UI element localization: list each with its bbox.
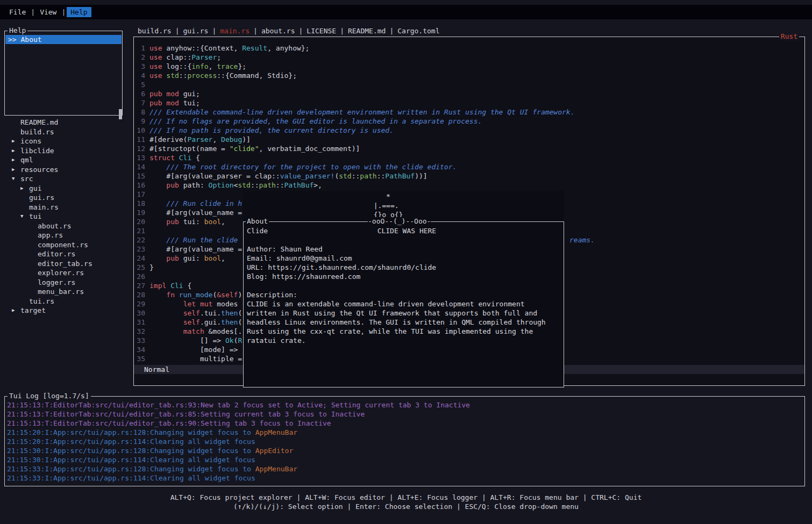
tab-build-rs[interactable]: build.rs [138,26,172,35]
code-line-12[interactable]: 12#[structopt(name = "clide", verbatim_d… [134,144,803,153]
line-number: 35 [137,354,145,363]
code-line-11[interactable]: 11#[derive(Parser, Debug)] [134,135,803,144]
menu-help[interactable]: Help [67,7,91,17]
text-segment: PathBuf [284,181,314,189]
text-segment: /// If no flags are provided, the GUI ed… [149,117,482,125]
tree-item-tui[interactable]: ▼tui [4,212,127,221]
tree-item-readme-md[interactable]: README.md [4,118,127,127]
text-segment: Ok [225,336,234,344]
text-segment: run_mode [179,291,213,299]
code-line-8[interactable]: 8/// Extendable command-line driven deve… [134,107,803,117]
text-segment: [] => [149,336,225,344]
code-text: pub mod gui; [149,89,200,98]
text-segment: 21:15:20:I:App:src/tui/app.rs:128:Changi… [7,428,255,436]
tree-item-target[interactable]: ▶target [4,306,127,315]
code-line-5[interactable]: 5 [134,80,803,89]
tree-item-libclide[interactable]: ▶libclide [4,146,127,156]
code-line-16[interactable]: 16 pub path: Option<std::path::PathBuf>, [134,181,803,190]
help-dropdown-title: Help [8,26,27,34]
about-art: * |.===. {}o o{} [243,191,564,219]
tab-readme-md[interactable]: README.md [348,26,386,35]
menu-file[interactable]: File [5,7,30,17]
tree-item-gui[interactable]: ▶gui [4,184,127,193]
chevron-right-icon: ▶ [12,155,20,165]
text-segment: /// If no path is provided, the current … [149,126,394,134]
code-line-14[interactable]: 14 /// The root directory for the projec… [134,162,803,171]
tree-item-tui-rs[interactable]: tui.rs [4,297,127,306]
tree-item-component-rs[interactable]: component.rs [4,240,127,250]
menu-view[interactable]: View [36,7,60,17]
code-line-13[interactable]: 13struct Cli { [134,153,803,162]
code-line-2[interactable]: 2use clap::Parser; [134,53,803,62]
text-segment: struct [149,154,179,162]
tree-item-src[interactable]: ▼src [4,174,127,184]
code-line-6[interactable]: 6pub mod gui; [134,89,803,98]
text-segment: :: [179,71,188,80]
about-text-line [247,281,560,290]
tree-item-icons[interactable]: ▶icons [4,137,127,146]
text-segment: Option [209,181,234,189]
about-text-line: Rust using the cxx-qt crate, while the T… [247,327,560,336]
tree-item-explorer-rs[interactable]: explorer.rs [4,268,127,278]
tree-item-label: qml [20,155,33,165]
text-segment: pub mod [149,99,183,107]
scrollbar-thumb[interactable] [119,109,122,119]
text-segment: PathBuf [385,172,415,180]
text-segment [149,300,183,308]
tree-item-logger-rs[interactable]: logger.rs [4,278,127,288]
tree-item-gui-rs[interactable]: gui.rs [4,193,127,203]
text-segment: #[arg(value_name = [149,209,242,217]
app-root: File|View|Help Help >> About README.mdbu… [0,0,812,524]
tree-item-qml[interactable]: ▶qml [4,155,127,165]
line-number: 20 [137,217,145,226]
text-segment: &self [217,291,238,299]
tree-item-label: about.rs [38,221,72,231]
log-entry: 21:15:30:I:App:src/tui/app.rs:128:Changi… [7,446,804,455]
tab-gui-rs[interactable]: gui.rs [183,26,208,35]
tree-item-label: editor_tab.rs [38,259,92,269]
line-number: 24 [137,254,145,263]
text-segment: #[arg(value_parser = clap:: [149,172,280,180]
text-segment [149,318,183,326]
tree-item-app-rs[interactable]: app.rs [4,231,127,240]
about-text-line [247,235,560,245]
line-number: 28 [137,290,145,299]
text-segment: pub [149,218,183,226]
tree-item-main-rs[interactable]: main.rs [4,203,127,212]
code-text: #[arg(value_parser = clap::value_parser!… [149,171,428,181]
text-segment: value_parser! [280,172,335,180]
text-segment: pub mod [149,90,183,98]
tree-item-about-rs[interactable]: about.rs [4,221,127,231]
tree-item-menu-bar-rs[interactable]: menu_bar.rs [4,287,127,297]
tree-item-resources[interactable]: ▶resources [4,165,127,175]
ascii-art-line: * [243,192,564,201]
tree-item-build-rs[interactable]: build.rs [4,127,127,137]
tab-separator: | [212,26,216,35]
line-number: 25 [137,263,145,272]
tab-about-rs[interactable]: about.rs [261,26,295,35]
dropdown-item-about[interactable]: >> About [5,35,122,44]
text-segment: /// Extendable command-line driven devel… [149,108,575,116]
text-segment: path: [183,181,209,189]
tab-license[interactable]: LICENSE [307,26,336,35]
code-line-3[interactable]: 3use log::{info, trace}; [134,62,803,71]
about-popup-title: About [246,217,269,225]
tree-item-editor-rs[interactable]: editor.rs [4,249,127,259]
tab-main-rs[interactable]: main.rs [220,26,250,35]
code-text: pub mod tui; [149,98,200,107]
text-segment: 21:15:30:I:App:src/tui/app.rs:128:Changi… [7,447,255,455]
text-segment: pub [149,254,183,262]
line-number: 13 [137,153,145,162]
tab-separator: | [299,26,303,35]
tab-cargo-toml[interactable]: Cargo.toml [397,26,439,35]
code-line-1[interactable]: 1use anyhow::{Context, Result, anyhow}; [134,44,803,53]
text-segment: anyhow::{Context, [166,44,242,52]
code-line-15[interactable]: 15 #[arg(value_parser = clap::value_pars… [134,171,803,181]
text-segment: R [238,336,242,344]
code-line-9[interactable]: 9/// If no flags are provided, the GUI e… [134,117,803,126]
text-segment: let mut [183,300,217,308]
code-line-10[interactable]: 10/// If no path is provided, the curren… [134,126,803,135]
tree-item-editor-tab-rs[interactable]: editor_tab.rs [4,259,127,269]
code-line-4[interactable]: 4use std::process::{Command, Stdio}; [134,71,803,80]
code-line-7[interactable]: 7pub mod tui; [134,98,803,107]
